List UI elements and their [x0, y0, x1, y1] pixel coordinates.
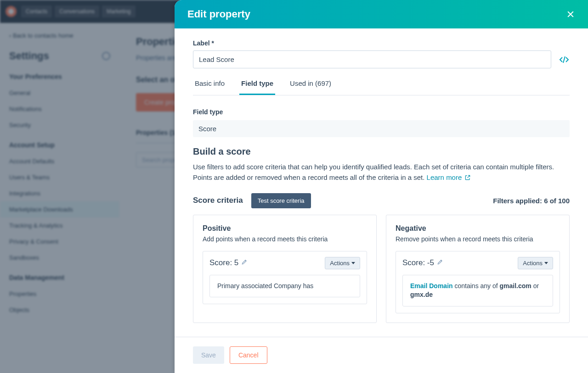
chevron-down-icon — [351, 262, 355, 264]
positive-sub: Add points when a record meets this crit… — [203, 235, 367, 243]
negative-column: Negative Remove points when a record mee… — [386, 215, 570, 323]
label-field-label: Label * — [193, 39, 570, 47]
filter-or: or — [531, 282, 539, 289]
tab-row: Basic info Field type Used in (697) — [193, 79, 570, 95]
filter-value-1: gmail.com — [500, 282, 531, 289]
positive-actions-button[interactable]: Actions — [325, 257, 360, 269]
panel-footer: Save Cancel — [175, 337, 588, 373]
learn-more-link[interactable]: Learn more — [427, 173, 471, 181]
negative-sub: Remove points when a record meets this c… — [396, 235, 560, 243]
negative-score-card: Score: -5 Actions Email Domain contains … — [396, 251, 560, 313]
positive-column: Positive Add points when a record meets … — [193, 215, 377, 323]
tab-basic-info[interactable]: Basic info — [193, 79, 226, 95]
build-body-text: Use filters to add score criteria that c… — [193, 163, 554, 181]
build-score-heading: Build a score — [193, 146, 570, 157]
label-input[interactable] — [193, 50, 551, 68]
negative-score-value: Score: -5 — [402, 258, 434, 267]
panel-body: Label * Basic info Field type Used in (6… — [175, 28, 588, 337]
code-icon[interactable] — [559, 54, 570, 65]
panel-header: Edit property — [175, 0, 588, 28]
filters-applied-text: Filters applied: 6 of 100 — [493, 197, 570, 205]
panel-title: Edit property — [187, 8, 250, 20]
positive-filter-box[interactable]: Primary associated Company has — [209, 275, 360, 298]
negative-actions-button[interactable]: Actions — [518, 257, 553, 269]
test-score-criteria-button[interactable]: Test score criteria — [251, 193, 311, 208]
tab-field-type[interactable]: Field type — [239, 79, 275, 95]
build-score-description: Use filters to add score criteria that c… — [193, 161, 570, 184]
pencil-icon[interactable] — [241, 258, 248, 267]
field-type-label: Field type — [193, 108, 570, 116]
save-button[interactable]: Save — [193, 346, 224, 364]
chevron-down-icon — [544, 262, 548, 264]
score-criteria-heading: Score criteria — [193, 196, 243, 205]
close-icon[interactable] — [566, 10, 575, 19]
cancel-button[interactable]: Cancel — [230, 346, 267, 364]
filter-link-email-domain: Email Domain — [410, 282, 453, 289]
positive-heading: Positive — [203, 224, 367, 233]
filter-value-2: gmx.de — [410, 291, 433, 298]
negative-heading: Negative — [396, 224, 560, 233]
positive-filter-text: Primary associated Company has — [217, 282, 313, 289]
pencil-icon[interactable] — [437, 258, 443, 267]
edit-property-panel: Edit property Label * Basic info Field t… — [175, 0, 588, 373]
negative-filter-box[interactable]: Email Domain contains any of gmail.com o… — [402, 275, 553, 306]
positive-score-card: Score: 5 Actions Primary associated Comp… — [203, 251, 367, 305]
filter-mid: contains any of — [453, 282, 500, 289]
tab-used-in[interactable]: Used in (697) — [288, 79, 333, 95]
external-link-icon — [464, 173, 471, 184]
positive-score-value: Score: 5 — [209, 258, 238, 267]
field-type-value: Score — [193, 120, 570, 137]
